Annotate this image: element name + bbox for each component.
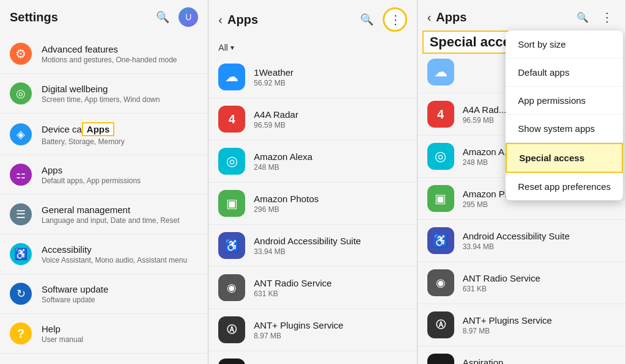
software-icon: ↻ (10, 283, 32, 305)
app-menu-icon-photos: ▣ (427, 185, 454, 212)
wellbeing-text: Digital wellbeing Screen time, App timer… (42, 84, 198, 104)
app-item-1weather[interactable]: ☁ 1Weather 56.92 MB (208, 56, 416, 98)
app-size-photos: 296 MB (254, 205, 407, 214)
apps-menu-panel: ‹ Apps 🔍 ⋮ All ▾ Special access Sort by … (418, 0, 626, 364)
app-menu-icon-ant-radio: ◉ (427, 269, 454, 296)
app-item-alexa[interactable]: ◎ Amazon Alexa 248 MB (208, 140, 416, 183)
accessibility-title: Accessibility (42, 244, 198, 255)
app-menu-info-ant-radio: ANT Radio Service 631 KB (463, 273, 616, 293)
arrow-indicator: ↓ (400, 0, 406, 2)
apps-menu-header-left: ‹ Apps (427, 10, 467, 24)
apps-menu-threedot-button[interactable]: ⋮ (598, 9, 616, 26)
app-info-a4a: A4A Radar 96.59 MB (254, 109, 407, 129)
app-menu-icon-ant-plus: Ⓐ (427, 311, 454, 338)
app-menu-info-accessibility: Android Accessibility Suite 33.94 MB (463, 231, 616, 251)
apps-filter-chip[interactable]: All ▾ (218, 43, 234, 53)
app-icon-aspiration: ▲ (218, 359, 245, 364)
apps-title: Apps (42, 165, 198, 175)
dropdown-item-reset[interactable]: Reset app preferences (506, 173, 623, 200)
accessibility-text: Accessibility Voice Assistant, Mono audi… (42, 244, 198, 264)
app-item-photos[interactable]: ▣ Amazon Photos 296 MB (208, 183, 416, 225)
software-subtitle: Software update (42, 296, 198, 304)
app-menu-name-aspiration: Aspiration (463, 357, 616, 365)
filter-label: All (218, 43, 228, 53)
app-item-a4a[interactable]: 4 A4A Radar 96.59 MB (208, 98, 416, 140)
apps-subtitle: Default apps, App permissions (42, 177, 198, 185)
settings-item-advanced[interactable]: ⚙ Advanced features Motions and gestures… (0, 34, 208, 74)
general-title: General management (42, 205, 198, 215)
apps-header-icons: 🔍 ↓ ⋮ (358, 7, 407, 32)
apps-menu-search-icon[interactable]: 🔍 (574, 9, 591, 26)
app-menu-item-aspiration[interactable]: ▲ Aspiration 115 MB (418, 346, 625, 364)
advanced-subtitle: Motions and gestures, One-handed mode (42, 56, 198, 64)
app-name-ant-plus: ANT+ Plugins Service (254, 320, 407, 330)
app-icon-ant-radio: ◉ (218, 274, 245, 301)
settings-panel: Settings 🔍 U ⚙ Advanced features Motions… (0, 0, 208, 364)
apps-title: Apps (227, 13, 258, 27)
app-menu-size-ant-radio: 631 KB (463, 285, 616, 293)
settings-header-left: Settings (10, 10, 58, 24)
apps-header-left: ‹ Apps (218, 13, 258, 27)
dropdown-item-sort[interactable]: Sort by size (506, 31, 623, 59)
settings-item-accessibility[interactable]: ♿ Accessibility Voice Assistant, Mono au… (0, 235, 208, 274)
apps-text: Apps Default apps, App permissions (42, 165, 198, 185)
app-menu-item-ant-plus[interactable]: Ⓐ ANT+ Plugins Service 8.97 MB (418, 304, 625, 346)
app-item-ant-plus[interactable]: Ⓐ ANT+ Plugins Service 8.97 MB (208, 309, 416, 351)
apps-back-button[interactable]: ‹ (218, 13, 223, 27)
dropdown-item-default[interactable]: Default apps (506, 59, 623, 87)
apps-threedot-button[interactable]: ⋮ (383, 7, 407, 32)
app-name-ant-radio: ANT Radio Service (254, 278, 407, 288)
app-item-accessibility[interactable]: ♿ Android Accessibility Suite 33.94 MB (208, 225, 416, 267)
settings-item-wellbeing[interactable]: ◎ Digital wellbeing Screen time, App tim… (0, 74, 208, 114)
settings-title: Settings (10, 10, 58, 24)
device-text: Device caApps Battery, Storage, Memory (42, 122, 198, 146)
help-icon: ? (10, 322, 32, 344)
help-text: Help User manual (42, 324, 198, 344)
app-menu-item-ant-radio[interactable]: ◉ ANT Radio Service 631 KB (418, 262, 625, 304)
apps-icon: ⚏ (10, 164, 32, 186)
app-size-ant-radio: 631 KB (254, 289, 407, 298)
app-menu-size-accessibility: 33.94 MB (463, 242, 616, 251)
filter-arrow-icon: ▾ (230, 43, 234, 52)
app-name-1weather: 1Weather (254, 67, 407, 78)
app-menu-size-ant-plus: 8.97 MB (463, 327, 616, 335)
app-menu-name-accessibility: Android Accessibility Suite (463, 231, 616, 241)
settings-avatar[interactable]: U (179, 7, 198, 27)
settings-header: Settings 🔍 U (0, 0, 208, 34)
app-icon-a4a: 4 (218, 106, 245, 133)
advanced-text: Advanced features Motions and gestures, … (42, 44, 198, 64)
apps-threedot-container: ↓ ⋮ (383, 7, 407, 32)
dropdown-item-permissions[interactable]: App permissions (506, 87, 623, 115)
apps-search-icon[interactable]: 🔍 (358, 11, 375, 28)
app-name-alexa: Amazon Alexa (254, 151, 407, 162)
dropdown-item-special[interactable]: Special access (506, 143, 623, 173)
app-icon-alexa: ◎ (218, 148, 245, 175)
threedot-icon: ⋮ (389, 12, 400, 27)
settings-item-help[interactable]: ? Help User manual (0, 314, 208, 354)
settings-search-icon[interactable]: 🔍 (154, 9, 171, 26)
avatar-letter: U (185, 12, 191, 22)
app-info-ant-plus: ANT+ Plugins Service 8.97 MB (254, 320, 407, 340)
general-subtitle: Language and input, Date and time, Reset (42, 216, 198, 225)
accessibility-icon: ♿ (10, 243, 32, 265)
advanced-icon: ⚙ (10, 43, 32, 65)
general-icon: ☰ (10, 203, 32, 225)
dropdown-item-system[interactable]: Show system apps (506, 115, 623, 143)
wellbeing-icon: ◎ (10, 82, 32, 104)
settings-item-software[interactable]: ↻ Software update Software update (0, 274, 208, 314)
app-info-1weather: 1Weather 56.92 MB (254, 67, 407, 87)
app-menu-icon-partial: ☁ (427, 59, 454, 86)
apps-header: ‹ Apps 🔍 ↓ ⋮ (208, 0, 416, 39)
app-size-a4a: 96.59 MB (254, 121, 407, 129)
app-item-aspiration[interactable]: ▲ Aspiration 115 MB (208, 351, 416, 364)
apps-menu-back-button[interactable]: ‹ (427, 10, 432, 24)
settings-item-device[interactable]: ◈ Device caApps Battery, Storage, Memory (0, 114, 208, 155)
app-icon-1weather: ☁ (218, 64, 245, 90)
app-name-a4a: A4A Radar (254, 109, 407, 120)
app-item-ant-radio[interactable]: ◉ ANT Radio Service 631 KB (208, 267, 416, 309)
app-menu-item-accessibility[interactable]: ♿ Android Accessibility Suite 33.94 MB (418, 220, 625, 262)
settings-item-general[interactable]: ☰ General management Language and input,… (0, 195, 208, 235)
settings-item-apps[interactable]: ⚏ Apps Default apps, App permissions (0, 155, 208, 195)
app-size-alexa: 248 MB (254, 163, 407, 172)
apps-menu-title: Apps (436, 10, 466, 24)
